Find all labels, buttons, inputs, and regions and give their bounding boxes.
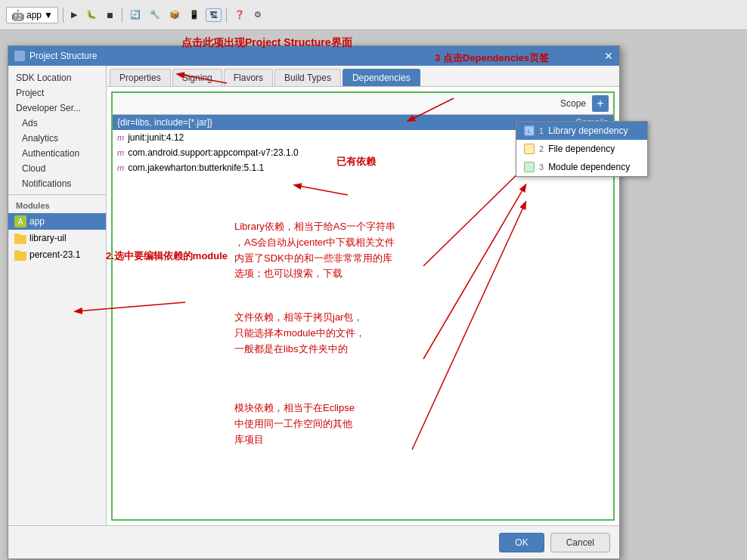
dropdown-label-1: Library dependency (548, 125, 628, 136)
sync-btn[interactable]: 🔄 (127, 8, 144, 21)
dep-entry-left-1: m junit:junit:4.12 (117, 132, 184, 143)
tab-signing[interactable]: Signing (172, 69, 222, 86)
chevron-down-icon: ▼ (44, 10, 53, 20)
run-btn[interactable]: ▶ (68, 8, 80, 21)
dep-prefix-1: m (117, 133, 124, 142)
dep-header-row: Scope + (113, 93, 613, 115)
scope-header: Scope (560, 98, 586, 109)
ide-toolbar: 🤖 app ▼ ▶ 🐛 ⏹ 🔄 🔧 📦 📱 🏗 ❓ ⚙ (0, 0, 747, 30)
project-structure-toolbar-btn[interactable]: 🏗 (206, 8, 222, 22)
modules-header: Modules (8, 198, 106, 213)
help-btn[interactable]: ❓ (231, 8, 248, 21)
dep-prefix-3: m (117, 163, 124, 172)
dep-name-1: junit:junit:4.12 (128, 132, 184, 143)
library-dep-icon: L (524, 125, 535, 136)
title-bar-left: Project Structure (14, 51, 97, 61)
sidebar-item-sdk-location[interactable]: SDK Location (8, 70, 106, 85)
dropdown-item-module[interactable]: 3 Module dependency (516, 158, 647, 176)
tab-properties[interactable]: Properties (110, 69, 171, 86)
module-dep-icon (524, 162, 535, 172)
dialog-footer: OK Cancel (8, 525, 619, 558)
folder-module-icon (14, 232, 26, 244)
dialog-title-bar: Project Structure ✕ (8, 46, 619, 66)
app-label: app (26, 10, 42, 20)
dep-name-0: {dir=libs, include=[*.jar]} (117, 117, 212, 128)
tab-flavors[interactable]: Flavors (224, 69, 273, 86)
sidebar-item-notifications[interactable]: Notifications (8, 176, 106, 191)
close-button[interactable]: ✕ (604, 51, 613, 61)
stop-btn[interactable]: ⏹ (103, 9, 117, 21)
dropdown-label-3: Module dependency (548, 162, 630, 172)
event-log-btn[interactable]: ⚙ (251, 8, 265, 21)
svg-text:L: L (528, 128, 532, 135)
dep-name-2: com.android.support:appcompat-v7:23.1.0 (128, 147, 298, 158)
folder-module-icon2 (14, 249, 26, 261)
sdk-btn[interactable]: 📦 (166, 8, 183, 21)
app-selector[interactable]: 🤖 app ▼ (6, 7, 58, 23)
sidebar-divider (8, 194, 106, 195)
dropdown-item-library[interactable]: L 1 Library dependency (516, 122, 647, 140)
sidebar-module-percent[interactable]: percent-23.1 (8, 246, 106, 263)
dropdown-num-1: 1 (539, 126, 544, 135)
sidebar-module-library-uil[interactable]: library-uil (8, 230, 106, 246)
backdrop: Project Structure ✕ SDK Location Project… (0, 30, 747, 560)
dependency-type-dropdown: L 1 Library dependency 2 File dependency… (516, 121, 648, 177)
separator3 (226, 8, 227, 23)
dropdown-label-2: File dependency (548, 144, 615, 154)
dep-entry-left-3: m com.jakewharton:butterknife:5.1.1 (117, 162, 264, 173)
dropdown-item-file[interactable]: 2 File dependency (516, 140, 647, 158)
ok-button[interactable]: OK (499, 533, 544, 552)
dropdown-num-3: 3 (539, 162, 544, 172)
svg-text:A: A (18, 218, 23, 226)
dep-entry-left-2: m com.android.support:appcompat-v7:23.1.… (117, 147, 299, 158)
sidebar-item-project[interactable]: Project (8, 85, 106, 101)
avd-btn[interactable]: 📱 (186, 8, 203, 21)
dep-entry-left-0: {dir=libs, include=[*.jar]} (117, 117, 212, 128)
add-dependency-button[interactable]: + (592, 95, 609, 112)
separator2 (122, 8, 122, 23)
svg-rect-3 (14, 234, 20, 237)
sidebar-item-ads[interactable]: Ads (8, 116, 106, 131)
separator (63, 8, 64, 23)
tabs-bar: Properties Signing Flavors Build Types D… (107, 66, 619, 87)
sidebar: SDK Location Project Developer Ser... Ad… (8, 66, 107, 525)
dep-name-3: com.jakewharton:butterknife:5.1.1 (128, 162, 264, 173)
gradle-btn[interactable]: 🔧 (147, 8, 163, 21)
sidebar-module-app[interactable]: A app (8, 213, 106, 230)
cancel-button[interactable]: Cancel (550, 533, 610, 552)
tab-dependencies[interactable]: Dependencies (343, 69, 420, 86)
sidebar-item-cloud[interactable]: Cloud (8, 161, 106, 176)
svg-rect-5 (14, 250, 20, 253)
dep-prefix-2: m (117, 148, 124, 157)
debug-btn[interactable]: 🐛 (83, 8, 100, 21)
android-module-icon: A (14, 215, 26, 227)
dialog-icon (14, 51, 25, 61)
tab-build-types[interactable]: Build Types (274, 69, 341, 86)
module-library-uil-label: library-uil (29, 233, 67, 243)
dropdown-num-2: 2 (539, 144, 544, 153)
file-dep-icon (524, 144, 535, 154)
dialog-title: Project Structure (29, 51, 97, 61)
module-percent-label: percent-23.1 (29, 249, 80, 260)
sidebar-item-analytics[interactable]: Analytics (8, 131, 106, 146)
module-app-label: app (29, 216, 45, 227)
sidebar-item-developer-services[interactable]: Developer Ser... (8, 101, 106, 116)
sidebar-item-authentication[interactable]: Authentication (8, 146, 106, 161)
